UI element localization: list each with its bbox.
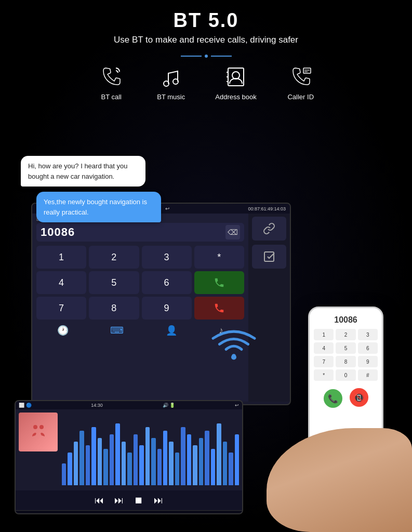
svg-point-11 [231, 355, 236, 360]
phone-key-7[interactable]: 7 [314, 356, 334, 367]
phone-end-button[interactable]: 📵 [350, 388, 368, 407]
bt-address: 00:87:61:49:14:03 [248, 206, 286, 211]
dot-center [205, 55, 208, 58]
visualizer-bar-25 [211, 449, 215, 485]
dialer-sidebar [248, 214, 290, 402]
nav-contacts[interactable]: 👤 [166, 325, 177, 336]
bt-music-icon [155, 64, 187, 90]
visualizer-bar-26 [217, 423, 221, 485]
svg-rect-7 [303, 68, 311, 73]
visualizer-bar-4 [86, 445, 90, 485]
dialer-input-row: 10086 ⌫ [36, 223, 244, 242]
phone-key-9[interactable]: 9 [358, 356, 378, 367]
phone-key-0[interactable]: 0 [336, 369, 355, 381]
music-time: 14:30 [91, 403, 103, 408]
visualizer [62, 413, 239, 487]
bt-music-label: BT music [157, 93, 185, 101]
feature-caller-id: Caller ID [285, 64, 316, 101]
phone-key-1[interactable]: 1 [314, 329, 334, 340]
key-2[interactable]: 2 [89, 246, 139, 269]
content-wrapper: BT 5.0 Use BT to make and receive calls,… [0, 0, 412, 532]
visualizer-bar-15 [151, 438, 155, 485]
key-8[interactable]: 8 [89, 297, 139, 320]
subtitle: Use BT to make and receive calls, drivin… [0, 35, 412, 45]
phone-key-5[interactable]: 5 [336, 342, 355, 354]
chat-area: Hi, how are you? I heard that you bought… [21, 156, 161, 222]
key-3[interactable]: 3 [142, 246, 192, 269]
visualizer-bar-18 [169, 442, 173, 485]
caller-id-label: Caller ID [287, 93, 314, 101]
backspace-button[interactable]: ⌫ [225, 225, 240, 240]
svg-point-13 [39, 425, 44, 429]
visualizer-bar-6 [98, 438, 102, 485]
visualizer-bar-2 [74, 442, 78, 485]
visualizer-bar-0 [62, 463, 66, 485]
svg-point-3 [232, 72, 240, 79]
visualizer-bar-14 [145, 427, 150, 485]
nav-keypad[interactable]: ⌨ [110, 325, 124, 336]
album-art [19, 413, 58, 451]
call-button[interactable] [194, 271, 244, 294]
statusbar-right: 00:87:61:49:14:03 [248, 206, 286, 211]
key-star[interactable]: * [194, 246, 244, 269]
visualizer-bar-24 [205, 431, 209, 485]
phone-key-2[interactable]: 2 [336, 329, 355, 340]
music-controls: ⏮ ⏭ ⏹ ⏭ [16, 490, 242, 510]
phone-body: 10086 1 2 3 4 5 6 7 8 9 * 0 # 📞 📵 [308, 307, 383, 452]
phone-keypad-mini: 1 2 3 4 5 6 7 8 9 * 0 # [314, 329, 378, 381]
prev-button[interactable]: ⏮ [95, 495, 104, 506]
main-title: BT 5.0 [0, 9, 412, 32]
bubble-received: Hi, how are you? I heard that you bought… [21, 156, 145, 187]
visualizer-bar-10 [122, 442, 126, 485]
caller-id-icon [285, 64, 316, 90]
address-book-icon [220, 64, 251, 90]
phone-key-4[interactable]: 4 [314, 342, 334, 354]
dot-line-right [211, 56, 232, 57]
address-book-label: Address book [215, 93, 257, 101]
visualizer-bar-11 [127, 453, 131, 485]
sidebar-record-btn[interactable] [252, 245, 286, 269]
dialer-screen: Disconnected 10086 ⌫ 1 2 3 * 4 5 6 [32, 214, 290, 402]
stop-button[interactable]: ⏹ [134, 495, 143, 506]
prev-track-button[interactable]: ⏭ [114, 495, 124, 506]
phone-key-hash[interactable]: # [358, 369, 378, 381]
key-5[interactable]: 5 [89, 271, 139, 294]
key-6[interactable]: 6 [142, 271, 192, 294]
phone-call-button[interactable]: 📞 [324, 389, 342, 408]
keypad-grid: 1 2 3 * 4 5 6 7 8 9 [36, 246, 244, 320]
bt-call-label: BT call [101, 93, 122, 101]
svg-rect-2 [228, 68, 244, 86]
nav-clock[interactable]: 🕐 [57, 325, 69, 336]
key-9[interactable]: 9 [142, 297, 192, 320]
visualizer-bar-28 [229, 453, 233, 485]
phone-key-3[interactable]: 3 [358, 329, 378, 340]
music-bottom-nav: 🕐 ⊞ 👤 ♪ 📖 ⚙ [16, 510, 242, 514]
visualizer-bar-1 [68, 453, 72, 485]
music-screen: ⬜ 🔵 14:30 🔊 🔋 ↩ ⏮ ⏭ ⏹ ⏭ � [15, 400, 243, 514]
music-status-left: ⬜ 🔵 [19, 403, 32, 408]
visualizer-bar-21 [187, 434, 191, 485]
visualizer-bar-29 [235, 434, 239, 485]
visualizer-bar-7 [103, 449, 108, 485]
visualizer-bar-19 [175, 453, 179, 485]
key-7[interactable]: 7 [36, 297, 86, 320]
visualizer-bar-23 [199, 438, 203, 485]
bubble-sent: Yes,the newly bought navigation is reall… [36, 192, 161, 222]
hangup-button[interactable] [194, 297, 244, 320]
back-icon: ↩ [165, 206, 169, 211]
key-1[interactable]: 1 [36, 246, 86, 269]
visualizer-bar-9 [115, 423, 119, 485]
visualizer-bar-22 [193, 445, 197, 485]
phone-key-star[interactable]: * [314, 369, 334, 381]
phone-screen: 10086 1 2 3 4 5 6 7 8 9 * 0 # 📞 📵 [310, 308, 382, 450]
phone-key-6[interactable]: 6 [358, 342, 378, 354]
next-button[interactable]: ⏭ [154, 495, 163, 506]
svg-point-12 [33, 425, 37, 429]
visualizer-bar-5 [91, 427, 96, 485]
key-4[interactable]: 4 [36, 271, 86, 294]
dot-separator [0, 55, 412, 58]
visualizer-bar-20 [181, 427, 185, 485]
feature-bt-call: BT call [96, 64, 127, 101]
phone-key-8[interactable]: 8 [336, 356, 355, 367]
sidebar-link-btn[interactable] [252, 217, 286, 241]
